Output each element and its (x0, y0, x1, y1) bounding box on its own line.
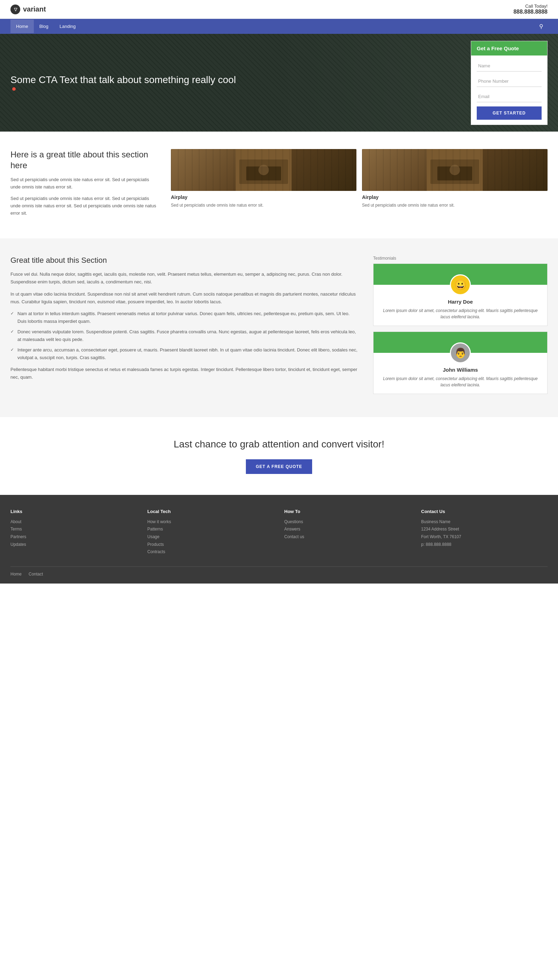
footer-link-howitworks[interactable]: How it works (148, 518, 274, 526)
footer-links-heading: Links (10, 509, 137, 514)
footer-link-about[interactable]: About (10, 518, 137, 526)
card-1: Airplay Sed ut perspiciatis unde omnis i… (171, 149, 356, 208)
hero-section: Some CTA Text that talk about something … (0, 34, 558, 132)
name-input[interactable] (477, 60, 542, 72)
testimonial-1-name: Harry Doe (379, 299, 542, 305)
quote-form-title: Get a Free Quote (471, 41, 547, 56)
svg-rect-2 (246, 166, 281, 181)
call-today: Call Today! 888.888.8888 (514, 3, 548, 15)
bullet-1: Nam at tortor in tellus interdum sagitti… (10, 310, 359, 325)
nav-blog[interactable]: Blog (34, 20, 54, 33)
cta-title: Last chance to grab attention and conver… (10, 438, 548, 451)
footer-link-questions[interactable]: Questions (284, 518, 411, 526)
footer-link-answers[interactable]: Answers (284, 526, 411, 533)
quote-form: Get a Free Quote GET STARTED (471, 41, 548, 125)
svg-point-7 (450, 165, 460, 175)
footer-howto-heading: How To (284, 509, 411, 514)
footer-link-contracts[interactable]: Contracts (148, 548, 274, 556)
testimonial-1-text: Lorem ipsum dolor sit amet, consectetur … (379, 307, 542, 320)
cta-section: Last chance to grab attention and conver… (0, 417, 558, 495)
footer-localtech-heading: Local Tech (148, 509, 274, 514)
logo: variant (10, 5, 46, 14)
search-icon[interactable]: ⚲ (535, 19, 548, 34)
footer-howto-col: How To Questions Answers Contact us (284, 509, 411, 556)
card-1-image (171, 149, 356, 191)
section2-left: Great title about this Section Fusce vel… (10, 256, 359, 400)
footer-grid: Links About Terms Partners Updates Local… (10, 509, 548, 556)
logo-text: variant (23, 5, 46, 13)
nav-links: Home Blog Landing (10, 20, 81, 33)
testimonial-1-avatar: 😀 (450, 274, 471, 295)
footer-link-usage[interactable]: Usage (148, 533, 274, 541)
get-started-button[interactable]: GET STARTED (477, 107, 542, 120)
email-input[interactable] (477, 91, 542, 102)
bullet-2: Donec venenatis vulputate lorem. Suspend… (10, 328, 359, 344)
hero-dot (12, 87, 16, 91)
footer-links-col: Links About Terms Partners Updates (10, 509, 137, 556)
testimonial-1: 😀 Harry Doe Lorem ipsum dolor sit amet, … (373, 263, 548, 326)
quote-form-body: GET STARTED (471, 56, 547, 125)
section2-title: Great title about this Section (10, 256, 359, 265)
svg-rect-5 (430, 159, 479, 184)
footer-address: 1234 Address Street (421, 526, 548, 533)
footer-link-updates[interactable]: Updates (10, 541, 137, 549)
footer-bottom: Home Contact (10, 566, 548, 577)
card-2-image (362, 149, 548, 191)
main-nav: Home Blog Landing ⚲ (0, 19, 558, 34)
hero-title: Some CTA Text that talk about something … (10, 74, 236, 86)
footer-link-terms[interactable]: Terms (10, 526, 137, 533)
phone-number: 888.888.8888 (514, 9, 548, 15)
footer-contact-col: Contact Us Business Name 1234 Address St… (421, 509, 548, 556)
section2-para3: Pellentesque habitant morbi tristique se… (10, 366, 359, 381)
svg-rect-4 (427, 149, 483, 191)
footer-phone: p: 888.888.8888 (421, 541, 548, 549)
svg-point-3 (258, 165, 269, 175)
testimonial-2: 👨 John Williams Lorem ipsum dolor sit am… (373, 332, 548, 394)
footer-bottom-contact[interactable]: Contact (29, 572, 43, 577)
footer-contact-heading: Contact Us (421, 509, 548, 514)
nav-landing[interactable]: Landing (54, 20, 81, 33)
call-label: Call Today! (514, 3, 548, 9)
footer-link-contactus[interactable]: Contact us (284, 533, 411, 541)
cta-button[interactable]: GET A FREE QUOTE (246, 459, 312, 474)
section1-cards: Airplay Sed ut perspiciatis unde omnis i… (171, 149, 548, 208)
card-1-desc: Sed ut perspiciatis unde omnis iste natu… (171, 202, 356, 208)
card-2-desc: Sed ut perspiciatis unde omnis iste natu… (362, 202, 548, 208)
card-2-title: Airplay (362, 194, 548, 200)
footer: Links About Terms Partners Updates Local… (0, 495, 558, 584)
footer-business-name: Business Name (421, 518, 548, 526)
top-header: variant Call Today! 888.888.8888 (0, 0, 558, 19)
testimonial-2-text: Lorem ipsum dolor sit amet, consectetur … (379, 375, 542, 388)
card-2: Airplay Sed ut perspiciatis unde omnis i… (362, 149, 548, 208)
footer-bottom-home[interactable]: Home (10, 572, 21, 577)
svg-rect-0 (236, 149, 292, 191)
card-1-title: Airplay (171, 194, 356, 200)
section2-right: Testimonials 😀 Harry Doe Lorem ipsum dol… (373, 256, 548, 400)
svg-rect-6 (437, 166, 472, 181)
section1-title: Here is a great title about this section… (10, 149, 157, 171)
hero-content: Some CTA Text that talk about something … (0, 60, 246, 106)
section1-left: Here is a great title about this section… (10, 149, 157, 221)
section1-para2: Sed ut perspiciatis unde omnis iste natu… (10, 195, 157, 217)
section2: Great title about this Section Fusce vel… (0, 238, 558, 417)
testimonial-2-banner: 👨 (374, 332, 547, 353)
svg-rect-1 (239, 159, 288, 184)
section2-para2: In ut quam vitae odio lacinia tincidunt.… (10, 290, 359, 306)
nav-home[interactable]: Home (10, 20, 34, 33)
footer-localtech-col: Local Tech How it works Patterns Usage P… (148, 509, 274, 556)
testimonials-label: Testimonials (373, 256, 548, 261)
section2-bullets: Nam at tortor in tellus interdum sagitti… (10, 310, 359, 362)
section1-para1: Sed ut perspiciatis unde omnis iste natu… (10, 176, 157, 191)
section2-para1: Fusce vel dui. Nulla neque dolor, sagitt… (10, 270, 359, 286)
section1: Here is a great title about this section… (0, 132, 558, 238)
footer-link-partners[interactable]: Partners (10, 533, 137, 541)
phone-input[interactable] (477, 76, 542, 87)
testimonial-2-avatar: 👨 (450, 342, 471, 363)
testimonial-1-banner: 😀 (374, 264, 547, 285)
footer-link-patterns[interactable]: Patterns (148, 526, 274, 533)
footer-city: Fort Worth, TX 76107 (421, 533, 548, 541)
logo-icon (10, 5, 20, 14)
bullet-3: Integer ante arcu, accumsan a, consectet… (10, 346, 359, 362)
footer-link-products[interactable]: Products (148, 541, 274, 549)
testimonial-2-name: John Williams (379, 367, 542, 373)
